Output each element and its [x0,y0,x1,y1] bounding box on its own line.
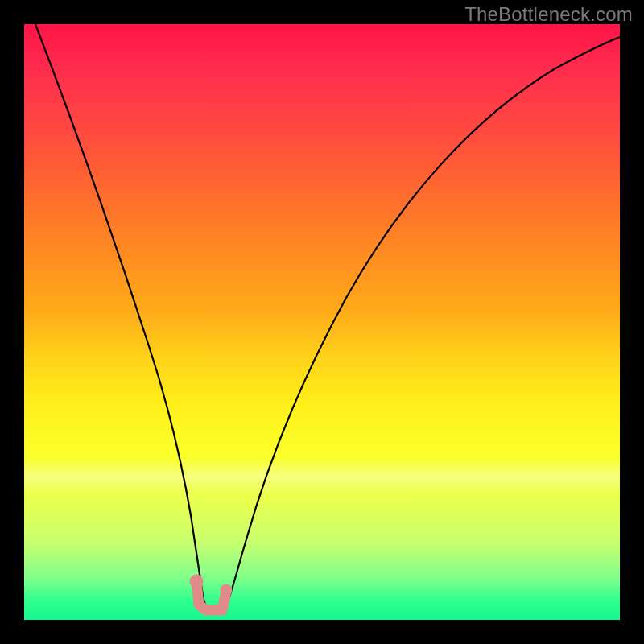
bottleneck-curve [35,24,620,610]
curve-path [35,24,620,610]
plot-area [24,24,620,620]
curve-layer [24,24,620,620]
svg-point-1 [221,584,233,597]
optimal-marker [190,575,233,611]
svg-point-0 [190,575,204,588]
watermark-text: TheBottleneck.com [464,3,633,26]
chart-frame: TheBottleneck.com [0,0,644,644]
